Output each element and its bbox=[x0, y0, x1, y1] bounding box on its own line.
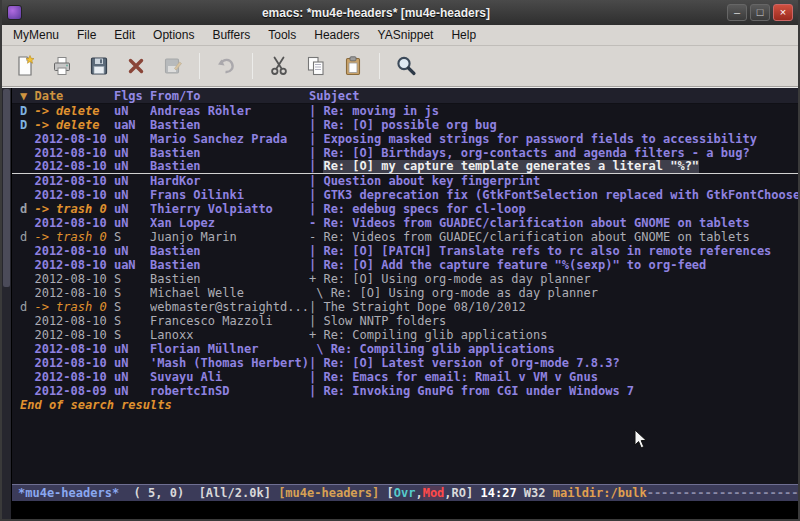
message-row[interactable]: d-> trash 0uNThierry Volpiatto| Re: edeb… bbox=[12, 202, 798, 216]
modeline-readonly-flag[interactable]: RO bbox=[452, 486, 466, 500]
maximize-button[interactable]: □ bbox=[750, 4, 770, 21]
message-row[interactable]: 2012-08-10uNSuvayu Ali| Re: Emacs for em… bbox=[12, 370, 798, 384]
flags-cell: uN bbox=[114, 188, 150, 202]
message-row[interactable]: 2012-08-10uNBastien| Re: [O] my capture … bbox=[12, 160, 798, 174]
scrollbar[interactable] bbox=[2, 88, 12, 519]
subject-cell: Re: [O] Using org-mode as day planner bbox=[331, 286, 598, 300]
mark-cell: D bbox=[20, 118, 34, 132]
message-row[interactable]: 2012-08-10uNBastien| Re: [O] Birthdays, … bbox=[12, 146, 798, 160]
from-cell: Francesco Mazzoli bbox=[150, 314, 309, 328]
message-row[interactable]: 2012-08-10SBastien+ Re: [O] Using org-mo… bbox=[12, 272, 798, 286]
emacs-window: emacs: *mu4e-headers* [mu4e-headers] – □… bbox=[0, 0, 800, 521]
date-cell: 2012-08-10 bbox=[34, 132, 113, 146]
date-cell: -> trash 0 bbox=[34, 230, 113, 244]
message-row[interactable]: d-> trash 0SJuanjo Marin- Re: Videos fro… bbox=[12, 230, 798, 244]
message-row[interactable]: 2012-08-10uNXan Lopez- Re: Videos from G… bbox=[12, 216, 798, 230]
message-row[interactable]: 2012-08-10uNFlorian Müllner \ Re: Compil… bbox=[12, 342, 798, 356]
toolbar-separator bbox=[199, 53, 200, 79]
message-row[interactable]: 2012-08-10SLanoxx+ Re: Compiling glib ap… bbox=[12, 328, 798, 342]
subject-cell: Re: [O] my capture template generates a … bbox=[323, 160, 699, 173]
toolbar-separator bbox=[379, 53, 380, 79]
thread-cell: | bbox=[309, 132, 323, 146]
column-flags[interactable]: Flgs bbox=[114, 88, 150, 104]
print-icon[interactable] bbox=[47, 51, 77, 81]
subject-cell: Re: Compiling glib applications bbox=[331, 342, 555, 356]
from-cell: Bastien bbox=[150, 258, 309, 272]
menu-headers[interactable]: Headers bbox=[305, 26, 368, 44]
toolbar-separator bbox=[252, 53, 253, 79]
date-cell: 2012-08-10 bbox=[34, 370, 113, 384]
header-line: ▼ DateFlgsFrom/ToSubject bbox=[12, 88, 798, 104]
message-row[interactable]: 2012-08-10SFrancesco Mazzoli| Slow NNTP … bbox=[12, 314, 798, 328]
column-subject[interactable]: Subject bbox=[309, 89, 360, 103]
from-cell: Mario Sanchez Prada bbox=[150, 132, 309, 146]
column-date[interactable]: ▼ Date bbox=[20, 88, 114, 104]
thread-cell: | bbox=[309, 118, 323, 132]
thread-cell: | bbox=[309, 356, 323, 370]
empty-buffer-space bbox=[12, 412, 798, 484]
subject-cell: Question about key fingerprint bbox=[323, 174, 540, 188]
message-row[interactable]: 2012-08-10uNBastien| Re: [O] [PATCH] Tra… bbox=[12, 244, 798, 258]
save-icon[interactable] bbox=[84, 51, 114, 81]
modeline-bracket: [ bbox=[387, 486, 394, 500]
new-file-icon[interactable] bbox=[10, 51, 40, 81]
subject-cell: Re: [O] possible org bug bbox=[323, 118, 496, 132]
thread-cell: | bbox=[309, 160, 323, 173]
modeline-overwrite-flag[interactable]: Ovr bbox=[394, 486, 416, 500]
search-icon[interactable] bbox=[391, 51, 421, 81]
modeline-buffer-name[interactable]: *mu4e-headers* bbox=[18, 486, 119, 500]
menu-buffers[interactable]: Buffers bbox=[203, 26, 259, 44]
date-cell: 2012-08-10 bbox=[34, 356, 113, 370]
paste-icon[interactable] bbox=[338, 51, 368, 81]
from-cell: 'Mash (Thomas Herbert) bbox=[150, 356, 309, 370]
menu-edit[interactable]: Edit bbox=[105, 26, 144, 44]
thread-cell: | bbox=[309, 300, 323, 314]
modeline-modified-flag[interactable]: Mod bbox=[423, 486, 445, 500]
message-row[interactable]: d-> trash 0Swebmaster@straightd...| The … bbox=[12, 300, 798, 314]
from-cell: Bastien bbox=[150, 160, 309, 173]
save-as-icon[interactable] bbox=[158, 51, 188, 81]
copy-icon[interactable] bbox=[301, 51, 331, 81]
message-row[interactable]: D-> deleteuaNBastien| Re: [O] possible o… bbox=[12, 118, 798, 132]
column-from[interactable]: From/To bbox=[150, 88, 309, 104]
modeline-gap bbox=[119, 486, 133, 500]
kill-buffer-icon[interactable] bbox=[121, 51, 151, 81]
thread-cell: + bbox=[309, 272, 323, 286]
mark-cell: d bbox=[20, 300, 34, 314]
modeline-comma: , bbox=[444, 486, 451, 500]
flags-cell: S bbox=[114, 328, 150, 342]
message-row[interactable]: 2012-08-10uaNBastien| Re: [O] Add the ca… bbox=[12, 258, 798, 272]
close-button[interactable]: × bbox=[773, 4, 793, 21]
menu-tools[interactable]: Tools bbox=[259, 26, 305, 44]
menu-file[interactable]: File bbox=[68, 26, 105, 44]
modeline-major-mode[interactable]: [mu4e-headers] bbox=[278, 486, 386, 500]
menu-help[interactable]: Help bbox=[442, 26, 485, 44]
menu-mymenu[interactable]: MyMenu bbox=[4, 26, 68, 44]
menu-yasnippet[interactable]: YASnippet bbox=[369, 26, 443, 44]
message-row[interactable]: 2012-08-10uNHardKor| Question about key … bbox=[12, 174, 798, 188]
cut-icon[interactable] bbox=[264, 51, 294, 81]
mark-cell: D bbox=[20, 104, 34, 118]
minibuffer[interactable] bbox=[12, 501, 798, 519]
message-row[interactable]: 2012-08-10uNMario Sanchez Prada| Exposin… bbox=[12, 132, 798, 146]
tool-bar bbox=[2, 46, 798, 87]
thread-cell: | bbox=[309, 174, 323, 188]
message-row[interactable]: 2012-08-09uNrobertcInSD| Re: Invoking Gn… bbox=[12, 384, 798, 398]
mu4e-headers-buffer: ▼ DateFlgsFrom/ToSubject D-> deleteuNAnd… bbox=[12, 88, 798, 519]
from-cell: Bastien bbox=[150, 244, 309, 258]
undo-icon[interactable] bbox=[211, 51, 241, 81]
subject-cell: Re: Emacs for email: Rmail v VM v Gnus bbox=[323, 370, 598, 384]
flags-cell: S bbox=[114, 300, 150, 314]
message-row[interactable]: 2012-08-10uNFrans Oilinki| GTK3 deprecat… bbox=[12, 188, 798, 202]
scrollbar-thumb[interactable] bbox=[3, 89, 10, 287]
window-title: emacs: *mu4e-headers* [mu4e-headers] bbox=[28, 6, 724, 20]
subject-cell: Re: Compiling glib applications bbox=[323, 328, 547, 342]
message-row[interactable]: 2012-08-10SMichael Welle \ Re: [O] Using… bbox=[12, 286, 798, 300]
date-cell: 2012-08-10 bbox=[34, 342, 113, 356]
message-row[interactable]: 2012-08-10uN'Mash (Thomas Herbert)| Re: … bbox=[12, 356, 798, 370]
message-row[interactable]: D-> deleteuNAndreas Röhler| Re: moving i… bbox=[12, 104, 798, 118]
menu-options[interactable]: Options bbox=[144, 26, 203, 44]
minimize-button[interactable]: – bbox=[727, 4, 747, 21]
subject-cell: Re: [O] Birthdays, org-contacts and agen… bbox=[323, 146, 749, 160]
date-cell: -> delete bbox=[34, 118, 113, 132]
